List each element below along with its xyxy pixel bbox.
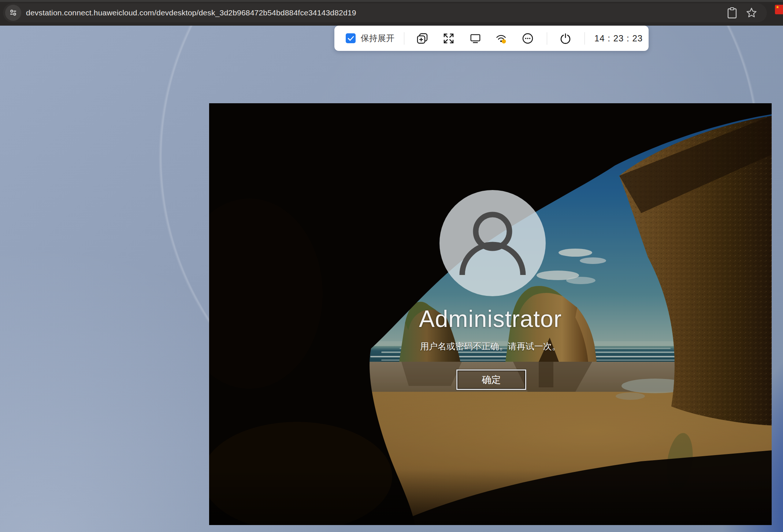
more-options-icon — [522, 33, 534, 44]
site-settings-button[interactable] — [5, 5, 21, 21]
url-text[interactable]: devstation.connect.huaweicloud.com/devde… — [26, 8, 727, 17]
login-error-message: 用户名或密码不正确。请再试一次。 — [209, 341, 772, 352]
bookmark-star-icon[interactable] — [746, 7, 757, 19]
wifi-status-dot — [502, 39, 506, 44]
session-time: 14 : 23 : 23 — [594, 33, 643, 44]
extension-flag-icon[interactable]: ★ — [775, 5, 783, 14]
power-button[interactable] — [560, 33, 571, 44]
monitor-icon — [470, 33, 481, 44]
flag-star: ★ — [776, 5, 779, 9]
network-button[interactable] — [496, 33, 507, 44]
browser-address-bar: devstation.connect.huaweicloud.com/devde… — [0, 0, 783, 26]
new-window-button[interactable] — [416, 33, 428, 44]
person-icon — [439, 190, 546, 296]
toolbar-divider — [547, 32, 547, 45]
session-toolbar: 保持展开 — [334, 26, 649, 51]
clipboard-icon[interactable] — [727, 7, 738, 19]
fullscreen-icon — [443, 33, 454, 44]
toolbar-divider — [404, 32, 404, 45]
tune-icon — [8, 7, 19, 18]
lock-screen-ui: Administrator 用户名或密码不正确。请再试一次。 确定 — [209, 103, 772, 525]
display-button[interactable] — [470, 33, 481, 44]
keep-open-checkbox[interactable] — [346, 33, 356, 43]
username-label: Administrator — [209, 305, 772, 332]
toolbar-divider — [585, 32, 585, 45]
wifi-icon — [496, 33, 507, 44]
check-icon — [348, 36, 354, 41]
user-avatar — [439, 190, 546, 296]
power-icon — [560, 33, 571, 44]
ok-button[interactable]: 确定 — [456, 369, 526, 390]
fullscreen-button[interactable] — [443, 33, 454, 44]
remote-desktop-viewport[interactable]: Administrator 用户名或密码不正确。请再试一次。 确定 — [209, 103, 772, 525]
keep-open-label[interactable]: 保持展开 — [361, 33, 394, 44]
new-window-icon — [416, 33, 428, 44]
more-options-button[interactable] — [522, 33, 534, 44]
url-pill[interactable]: devstation.connect.huaweicloud.com/devde… — [3, 3, 767, 22]
